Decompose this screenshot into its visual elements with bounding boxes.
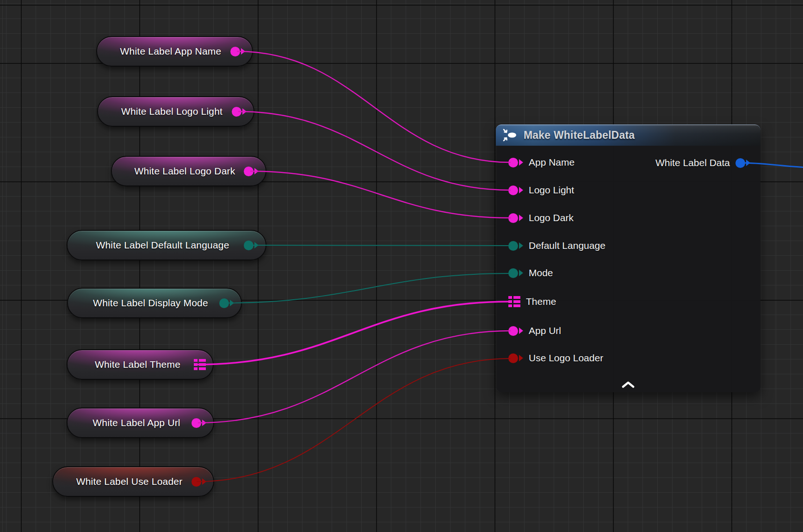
input-row-mode: Mode bbox=[508, 267, 553, 279]
variable-node-label: White Label Theme bbox=[81, 359, 194, 370]
wire-use-loader[interactable] bbox=[197, 359, 511, 482]
variable-node-white-label-logo-dark[interactable]: White Label Logo Dark bbox=[111, 156, 266, 186]
collapse-node-button[interactable] bbox=[620, 380, 636, 389]
pin-white-label-logo-light-output[interactable] bbox=[232, 107, 247, 117]
pin-white-label-use-loader-output[interactable] bbox=[191, 477, 206, 487]
node-header[interactable]: Make WhiteLabelData bbox=[496, 124, 760, 146]
wire-display-mode[interactable] bbox=[225, 273, 511, 303]
variable-node-white-label-display-mode[interactable]: White Label Display Mode bbox=[67, 288, 242, 318]
wire-theme[interactable] bbox=[197, 302, 509, 365]
blueprint-canvas[interactable]: White Label App Name White Label Logo Li… bbox=[0, 0, 803, 532]
input-pin-logo-dark[interactable] bbox=[508, 213, 523, 223]
pin-white-label-app-name-output[interactable] bbox=[230, 47, 245, 56]
variable-node-label: White Label App Name bbox=[111, 46, 230, 57]
variable-node-label: White Label Logo Light bbox=[112, 106, 232, 117]
pin-white-label-app-url-output[interactable] bbox=[191, 418, 206, 428]
variable-node-white-label-use-loader[interactable]: White Label Use Loader bbox=[52, 466, 214, 497]
output-pin-white-label-data[interactable] bbox=[735, 158, 750, 168]
wire-default-language[interactable] bbox=[250, 245, 511, 246]
input-pin-label: App Url bbox=[529, 325, 561, 336]
wire-logo-light[interactable] bbox=[238, 111, 511, 190]
struct-pin-icon bbox=[508, 296, 520, 307]
input-pin-label: Logo Dark bbox=[529, 212, 574, 223]
make-struct-icon bbox=[502, 128, 518, 142]
wire-app-name[interactable] bbox=[237, 51, 511, 162]
variable-node-label: White Label App Url bbox=[81, 417, 191, 428]
output-row-white-label-data: White Label Data bbox=[655, 157, 750, 169]
chevron-up-icon bbox=[622, 381, 635, 388]
input-pin-app-url[interactable] bbox=[508, 326, 523, 336]
variable-node-white-label-app-name[interactable]: White Label App Name bbox=[96, 36, 253, 67]
input-row-logo-dark: Logo Dark bbox=[508, 212, 574, 224]
input-pin-label: Use Logo Loader bbox=[529, 353, 603, 364]
output-pin-label: White Label Data bbox=[655, 157, 730, 168]
input-row-logo-light: Logo Light bbox=[508, 184, 574, 196]
input-row-theme: Theme bbox=[508, 296, 556, 308]
variable-node-label: White Label Default Language bbox=[81, 240, 244, 251]
input-row-app-name: App Name bbox=[508, 156, 574, 168]
struct-pin-icon bbox=[194, 359, 206, 370]
input-row-app-url: App Url bbox=[508, 325, 561, 337]
make-whitelabeldata-node[interactable]: Make WhiteLabelData App Name Logo Light … bbox=[496, 124, 760, 392]
input-pin-label: Default Language bbox=[529, 240, 605, 251]
input-pin-theme[interactable] bbox=[508, 296, 520, 307]
input-pin-label: Logo Light bbox=[529, 185, 574, 196]
pin-white-label-theme-output[interactable] bbox=[194, 359, 206, 370]
input-row-default-language: Default Language bbox=[508, 240, 605, 252]
wire-app-url[interactable] bbox=[198, 331, 511, 423]
variable-node-label: White Label Display Mode bbox=[82, 297, 219, 309]
input-pin-label: App Name bbox=[529, 157, 574, 168]
input-row-use-logo-loader: Use Logo Loader bbox=[508, 352, 603, 364]
variable-node-white-label-default-language[interactable]: White Label Default Language bbox=[67, 230, 266, 260]
pin-white-label-default-language-output[interactable] bbox=[244, 241, 259, 250]
pin-white-label-display-mode-output[interactable] bbox=[219, 298, 234, 308]
variable-node-label: White Label Logo Dark bbox=[126, 166, 244, 177]
variable-node-label: White Label Use Loader bbox=[67, 476, 191, 487]
input-pin-label: Theme bbox=[526, 296, 556, 307]
variable-node-white-label-app-url[interactable]: White Label App Url bbox=[67, 408, 214, 438]
input-pin-app-name[interactable] bbox=[508, 158, 523, 167]
input-pin-mode[interactable] bbox=[508, 268, 523, 278]
input-pin-use-logo-loader[interactable] bbox=[508, 353, 523, 363]
node-title: Make WhiteLabelData bbox=[524, 129, 635, 142]
wire-logo-dark[interactable] bbox=[250, 171, 511, 218]
input-pin-default-language[interactable] bbox=[508, 241, 523, 251]
pin-white-label-logo-dark-output[interactable] bbox=[244, 167, 259, 176]
input-pin-label: Mode bbox=[529, 267, 553, 278]
variable-node-white-label-logo-light[interactable]: White Label Logo Light bbox=[97, 96, 254, 127]
input-pin-logo-light[interactable] bbox=[508, 186, 523, 195]
variable-node-white-label-theme[interactable]: White Label Theme bbox=[67, 349, 214, 380]
